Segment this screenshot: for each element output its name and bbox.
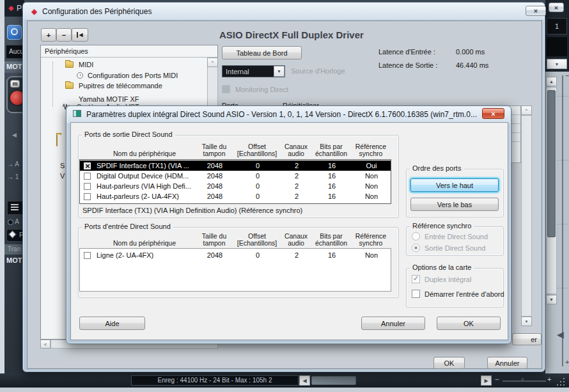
- start-input-first-option[interactable]: Démarrer l'entrée d'abord: [412, 290, 504, 298]
- output-selection-info: SPDIF Interface (TX1) (VIA High Definiti…: [82, 207, 302, 214]
- input-latency-label: Latence d'Entrée :: [378, 48, 435, 56]
- speaker-icon: ◀: [12, 132, 17, 138]
- tree-item-midi-port-setup[interactable]: Configuration des Ports MIDI: [77, 72, 178, 79]
- directsound-dialog: Paramètres duplex intégral Direct Sound …: [66, 106, 511, 344]
- list-icon: [11, 204, 19, 205]
- track-number-box: 1: [547, 18, 567, 35]
- hzoom-handle-icon[interactable]: ▲: [519, 375, 526, 382]
- partial-reset-button[interactable]: er: [512, 333, 542, 345]
- checkbox-icon[interactable]: [412, 290, 420, 298]
- table-row[interactable]: Ligne (2- UA-4FX) 2048 0 2 16 Non: [80, 250, 391, 260]
- automation-icon: [8, 219, 13, 225]
- tree-scroll-up-button[interactable]: ^: [207, 58, 218, 67]
- tree-scroll-left-button[interactable]: <: [40, 340, 51, 349]
- ports-scroll-down-button[interactable]: ▼: [521, 317, 532, 326]
- tree-item-midi[interactable]: MIDI: [65, 61, 93, 68]
- table-row[interactable]: Haut-parleurs (VIA High Defi... 2048 0 2…: [80, 181, 391, 191]
- radio-icon[interactable]: [412, 244, 420, 252]
- diamond-icon: [8, 230, 17, 239]
- dialog-title: Paramètres duplex intégral Direct Sound …: [86, 110, 477, 119]
- hzoom-plus-label[interactable]: +: [547, 375, 551, 383]
- checkbox-icon[interactable]: [412, 275, 420, 283]
- automation-row[interactable]: A: [8, 218, 19, 225]
- cubase-titlebar-fragment: ◆ Pr: [4, 0, 24, 17]
- table-row[interactable]: SPDIF Interface (TX1) (VIA ... 2048 0 2 …: [80, 161, 391, 171]
- col-header-sync-ref: Référence synchro: [350, 143, 391, 159]
- automation-label: A: [15, 218, 19, 225]
- dialog-cancel-button[interactable]: Annuler: [361, 317, 425, 330]
- dialog-ok-button[interactable]: OK: [437, 317, 501, 330]
- port-order-group-label: Ordre des ports: [410, 164, 464, 172]
- power-button[interactable]: [7, 25, 22, 40]
- zoom-plus-label[interactable]: +: [565, 358, 569, 366]
- hscroll-right-button[interactable]: ▶: [481, 375, 492, 386]
- device-setup-close-button[interactable]: ×: [526, 6, 546, 16]
- table-row[interactable]: Digital Output Device (HDM... 2048 0 2 1…: [80, 171, 391, 181]
- control-panel-button[interactable]: Tableau de Bord: [222, 46, 302, 59]
- status-box: Enreg : 44100 Hz - 24 Bit - Max : 105h 2: [131, 375, 299, 386]
- input-table-header: Nom du périphérique Taille du tampon Off…: [79, 229, 391, 248]
- vertical-zoom-slider[interactable]: [562, 75, 563, 366]
- cubase-bottom-bar: Enreg : 44100 Hz - 24 Bit - Max : 105h 2…: [0, 373, 569, 388]
- hzoom-minus-label[interactable]: −: [495, 375, 499, 383]
- zoom-minus-label[interactable]: −: [565, 72, 569, 79]
- tree-item-partial[interactable]: S: [60, 162, 65, 169]
- zoom-handle-icon[interactable]: ◀: [557, 329, 564, 340]
- tree-header-divider: [41, 57, 217, 58]
- reset-tree-button[interactable]: ◀: [72, 28, 88, 42]
- clock-source-value: Internal: [226, 68, 249, 75]
- device-setup-ok-button[interactable]: OK: [433, 357, 465, 369]
- card-options-group-label: Options de la carte: [410, 263, 474, 271]
- cubase-logo-icon: ◆: [8, 4, 13, 12]
- sync-option-output[interactable]: Sortie Direct Sound: [412, 244, 485, 252]
- move-down-button[interactable]: Vers le bas: [410, 198, 499, 211]
- output-latency-value: 46.440 ms: [456, 61, 488, 69]
- ports-scroll-up-button[interactable]: ^: [521, 106, 532, 115]
- resize-grip[interactable]: [557, 377, 565, 385]
- transport-label: Tran: [8, 246, 20, 253]
- row-checkbox[interactable]: [84, 193, 91, 200]
- output-ports-group-label: Ports de sortie Direct Sound: [82, 130, 175, 138]
- direct-monitoring-label: Monitoring Direct: [235, 86, 288, 93]
- clock-source-select[interactable]: Internal ▼: [222, 65, 285, 77]
- device-setup-cancel-button[interactable]: Annuler: [487, 357, 527, 369]
- track-dropdown-button[interactable]: ▼: [547, 59, 567, 69]
- track-name-label: MOT: [6, 63, 22, 70]
- vertical-scroll-down-button[interactable]: ▼: [546, 295, 557, 304]
- window-bottom-edge: [0, 388, 569, 392]
- table-row[interactable]: Haut-parleurs (2- UA-4FX) 2048 0 2 16 No…: [80, 191, 391, 201]
- full-duplex-option[interactable]: Duplex intégral: [412, 275, 471, 283]
- col-header-bits: Bits par échantillon: [312, 143, 350, 159]
- radio-icon[interactable]: [412, 232, 420, 240]
- col-header-bits: Bits par échantillon: [312, 233, 350, 248]
- output-latency-label: Latence de Sortie :: [378, 61, 437, 69]
- chevron-down-icon[interactable]: ▼: [274, 66, 284, 77]
- row-checkbox[interactable]: [84, 162, 91, 169]
- help-button[interactable]: Aide: [79, 317, 145, 330]
- row-checkbox[interactable]: [84, 183, 91, 190]
- tree-item-remote-devices[interactable]: Pupitres de télécommande: [65, 82, 162, 90]
- vertical-scroll-up-button[interactable]: ▲: [546, 77, 557, 86]
- hscroll-left-button[interactable]: ◀: [299, 375, 310, 386]
- dialog-close-button[interactable]: ×: [482, 108, 504, 119]
- direct-monitoring-checkbox[interactable]: [222, 85, 230, 93]
- hscroll-thumb[interactable]: [311, 376, 356, 385]
- col-header-channels: Canaux audio: [280, 233, 312, 248]
- dialog-icon: [73, 110, 81, 117]
- project-close-button[interactable]: ×: [549, 3, 564, 12]
- remove-device-button[interactable]: −: [56, 28, 72, 42]
- input-routing-row[interactable]: → A: [7, 161, 19, 168]
- input-routing-icon: →: [7, 161, 13, 168]
- mute-button[interactable]: m: [10, 80, 20, 88]
- tree-item-partial[interactable]: V: [60, 172, 65, 180]
- add-device-button[interactable]: +: [41, 28, 56, 42]
- output-routing-row[interactable]: → 1: [7, 173, 19, 180]
- row-checkbox[interactable]: [84, 173, 91, 180]
- vertical-scroll-thumb[interactable]: [547, 90, 556, 237]
- move-up-button[interactable]: Vers le haut: [410, 178, 499, 192]
- direct-monitoring-row[interactable]: Monitoring Direct: [222, 85, 288, 93]
- ports-vertical-scrollbar[interactable]: [521, 115, 532, 317]
- vertical-scrollbar[interactable]: [546, 87, 557, 294]
- sync-option-input[interactable]: Entrée Direct Sound: [412, 232, 488, 240]
- row-checkbox[interactable]: [84, 252, 91, 259]
